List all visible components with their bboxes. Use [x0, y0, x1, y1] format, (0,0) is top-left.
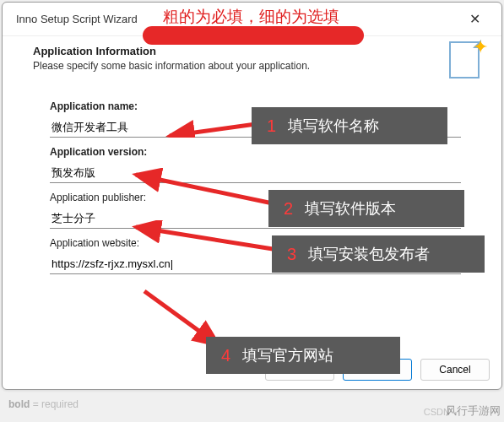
watermark-text: 风行手游网 — [446, 403, 501, 419]
callout-1-text: 填写软件名称 — [288, 116, 379, 136]
callout-2-text: 填写软件版本 — [305, 198, 396, 219]
arrow-1-icon — [163, 112, 264, 138]
instruction-note: 粗的为必填，细的为选填 — [163, 6, 339, 28]
star-icon: ✦ — [473, 36, 488, 58]
arrow-3-icon — [129, 220, 281, 254]
callout-4-num: 4 — [221, 346, 230, 365]
callout-4: 4 填写官方网站 — [206, 337, 400, 374]
callout-3-text: 填写安装包发布者 — [308, 244, 430, 264]
callout-2: 2 填写软件版本 — [268, 190, 464, 227]
callout-1: 1 填写软件名称 — [252, 107, 447, 144]
callout-3-num: 3 — [287, 245, 296, 264]
close-icon[interactable]: ✕ — [458, 7, 491, 32]
callout-2-num: 2 — [284, 199, 293, 219]
bold-required-note: bold = required — [8, 398, 79, 410]
svg-line-0 — [170, 124, 256, 136]
wizard-dialog: Inno Setup Script Wizard ✕ 粗的为必填，细的为选填 A… — [2, 2, 502, 390]
bold-word: bold — [8, 398, 30, 410]
callout-4-text: 填写官方网站 — [242, 345, 333, 365]
section-title: Application Information — [33, 45, 471, 57]
required-word: = required — [30, 398, 79, 410]
red-underline-bar — [143, 26, 364, 45]
svg-line-2 — [136, 227, 273, 249]
callout-3: 3 填写安装包发布者 — [272, 235, 485, 273]
window-title: Inno Setup Script Wizard — [16, 13, 138, 25]
cancel-button[interactable]: Cancel — [420, 359, 490, 381]
arrow-2-icon — [129, 168, 281, 210]
svg-line-1 — [136, 175, 273, 203]
app-version-label: Application version: — [50, 146, 461, 158]
callout-1-num: 1 — [267, 116, 276, 136]
section-subtitle: Please specify some basic information ab… — [33, 60, 471, 72]
